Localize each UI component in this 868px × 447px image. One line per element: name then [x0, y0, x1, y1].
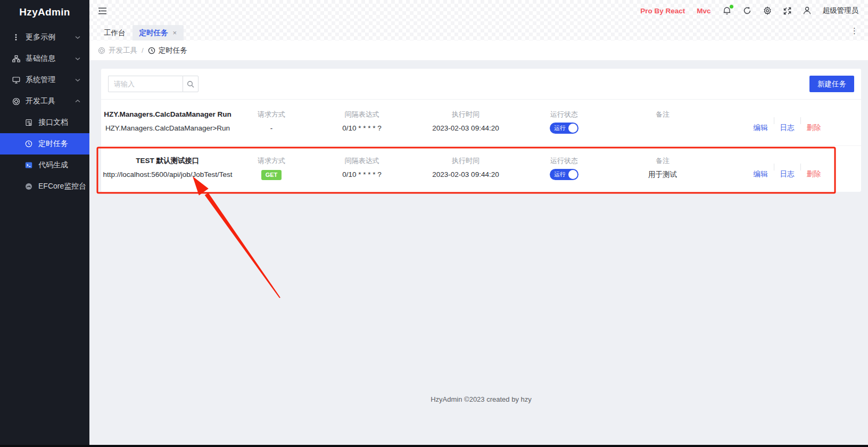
current-user-name[interactable]: 超级管理员 [823, 6, 859, 15]
breadcrumb-current: 定时任务 [148, 46, 187, 55]
sidebar-item-label: 系统管理 [26, 75, 75, 85]
delete-link[interactable]: 删除 [807, 169, 821, 180]
cron-cell: 间隔表达式 0/10 * * * * ? [309, 108, 415, 135]
sidebar-nav: 更多示例 基础信息 系统管理 [0, 25, 89, 197]
exec-time-value: 2023-02-03 09:44:20 [415, 121, 516, 135]
mvc-link[interactable]: Mvc [697, 7, 710, 15]
search-input[interactable] [108, 76, 183, 92]
run-state-cell: 运行状态 运行 [516, 108, 612, 135]
user-icon[interactable] [803, 6, 811, 15]
log-link[interactable]: 日志 [780, 123, 795, 133]
main-area: Pro By React Mvc 超级管理员 [89, 0, 868, 445]
app-root: HzyAdmin 更多示例 基础信息 [0, 0, 868, 447]
actions-cell: 编辑 日志 删除 [713, 108, 861, 135]
breadcrumb: 开发工具 / 定时任务 [89, 40, 868, 60]
toggle-knob [568, 170, 577, 179]
pro-by-react-link[interactable]: Pro By React [640, 7, 685, 15]
footer-text: HzyAdmin ©2023 created by hzy [101, 395, 861, 403]
delete-link[interactable]: 删除 [807, 123, 821, 133]
divider [800, 164, 801, 170]
sidebar-item-dev-tools[interactable]: 开发工具 [0, 91, 89, 112]
org-chart-icon [12, 54, 20, 63]
new-task-button[interactable]: 新建任务 [809, 76, 854, 92]
api-icon [98, 47, 105, 54]
refresh-icon[interactable] [743, 6, 751, 15]
tab-scheduled-tasks[interactable]: 定时任务 × [133, 25, 184, 40]
search-group [108, 76, 199, 92]
sidebar-item-efcore-monitor[interactable]: EFCore监控台 [0, 176, 89, 197]
divider [774, 117, 774, 124]
sidebar-item-label: EFCore监控台 [38, 182, 86, 191]
exec-time-cell: 执行时间 2023-02-03 09:44:20 [415, 108, 516, 135]
sidebar-item-more-examples[interactable]: 更多示例 [0, 27, 89, 48]
close-icon[interactable]: × [173, 29, 177, 36]
edit-link[interactable]: 编辑 [754, 123, 768, 133]
sidebar-item-label: 定时任务 [38, 139, 81, 149]
sidebar-item-scheduled-tasks[interactable]: 定时任务 [0, 133, 89, 155]
bottom-black-bar [0, 445, 868, 447]
settings-gear-icon[interactable] [763, 6, 772, 15]
tab-bar: 工作台 定时任务 × ⋮ [89, 21, 868, 40]
remark-cell: 备注 用于测试 [612, 154, 713, 182]
breadcrumb-separator: / [142, 46, 144, 54]
task-title: HZY.Managers.CalcDataManager Run [101, 108, 234, 121]
code-icon [24, 161, 33, 169]
task-list-card: 新建任务 HZY.Managers.CalcDataManager Run HZ… [101, 69, 861, 192]
clock-icon [24, 140, 33, 148]
sidebar-item-label: 开发工具 [26, 96, 75, 106]
notification-dot [730, 5, 733, 9]
sidebar-item-basic-info[interactable]: 基础信息 [0, 48, 89, 69]
tab-workbench[interactable]: 工作台 [97, 25, 133, 40]
divider [800, 117, 801, 124]
monitor-icon [12, 76, 20, 84]
run-state-toggle[interactable]: 运行 [550, 123, 578, 134]
tab-label: 工作台 [104, 28, 126, 38]
run-state-toggle[interactable]: 运行 [550, 169, 578, 180]
sidebar-item-label: 代码生成 [38, 160, 81, 170]
menu-fold-icon[interactable] [98, 7, 107, 15]
remark-value: 用于测试 [612, 167, 713, 182]
sidebar-item-label: 基础信息 [26, 54, 75, 63]
get-method-badge: GET [261, 170, 282, 180]
chevron-down-icon [75, 55, 81, 62]
sidebar-item-system-management[interactable]: 系统管理 [0, 69, 89, 91]
clock-icon [148, 47, 155, 54]
sidebar-item-label: 接口文档 [38, 118, 81, 127]
notification-icon[interactable] [723, 6, 731, 15]
fullscreen-icon[interactable] [783, 7, 791, 15]
method-cell: 请求方式 - [234, 108, 309, 135]
divider [774, 164, 774, 170]
remark-cell: 备注 [612, 108, 713, 135]
cron-value: 0/10 * * * * ? [309, 121, 415, 135]
sidebar-item-label: 更多示例 [26, 32, 75, 42]
edit-link[interactable]: 编辑 [754, 169, 768, 180]
topbar-right: Pro By React Mvc 超级管理员 [640, 6, 858, 15]
log-link[interactable]: 日志 [780, 169, 795, 180]
sidebar-item-api-docs[interactable]: 接口文档 [0, 112, 89, 133]
card-toolbar: 新建任务 [101, 76, 861, 99]
task-title-cell: TEST 默认测试接口 http://localhost:5600/api/jo… [101, 154, 234, 182]
cron-value: 0/10 * * * * ? [309, 167, 415, 182]
task-subtitle: http://localhost:5600/api/job/JobTest/Te… [101, 167, 234, 182]
method-value: - [234, 121, 309, 135]
breadcrumb-parent[interactable]: 开发工具 [98, 46, 137, 55]
chevron-down-icon [75, 34, 81, 40]
cron-cell: 间隔表达式 0/10 * * * * ? [309, 154, 415, 182]
topbar: Pro By React Mvc 超级管理员 [89, 0, 868, 21]
chevron-up-icon [75, 98, 81, 104]
exec-time-cell: 执行时间 2023-02-03 09:44:20 [415, 154, 516, 182]
document-icon [24, 118, 33, 127]
table-row: HZY.Managers.CalcDataManager Run HZY.Man… [101, 100, 861, 145]
actions-cell: 编辑 日志 删除 [713, 154, 861, 182]
method-cell: 请求方式 GET [234, 154, 309, 182]
api-icon [12, 97, 20, 105]
app-logo: HzyAdmin [0, 0, 89, 25]
tab-options-icon[interactable]: ⋮ [848, 26, 861, 36]
gauge-icon [24, 182, 33, 191]
sidebar-item-code-generation[interactable]: 代码生成 [0, 155, 89, 176]
run-state-cell: 运行状态 运行 [516, 154, 612, 182]
sidebar: HzyAdmin 更多示例 基础信息 [0, 0, 89, 445]
search-button[interactable] [183, 76, 199, 92]
table-row: TEST 默认测试接口 http://localhost:5600/api/jo… [101, 145, 861, 192]
chevron-down-icon [75, 77, 81, 83]
